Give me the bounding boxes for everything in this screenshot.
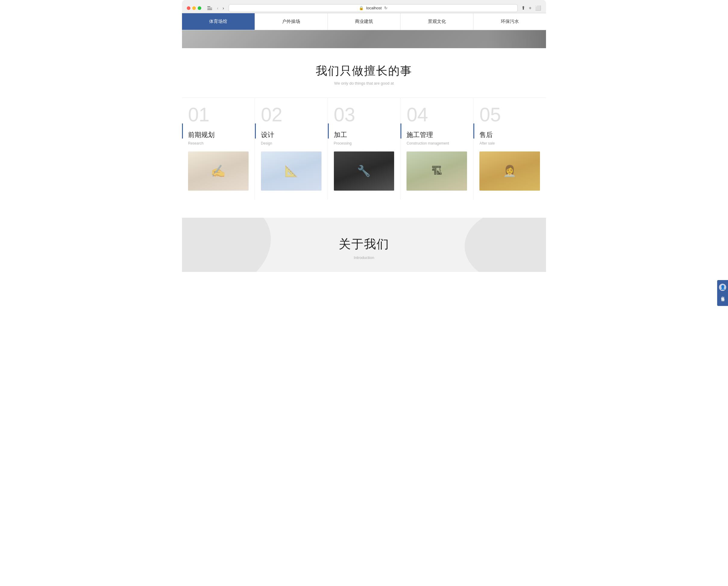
about-title-en: Introduction [182,255,546,260]
service-name-en-3: Processing [334,141,395,145]
service-number-1: 01 [188,105,249,124]
service-image-4 [406,152,467,191]
security-icon: 🔒 [359,6,364,10]
minimize-button[interactable] [192,6,196,10]
services-grid: 01 前期规划 Research 02 设计 Design 03 [182,98,546,199]
browser-chrome: ‹ › 🔒 localhost ↻ ⬆ + ⬜ [182,0,546,13]
browser-actions: ⬆ + ⬜ [521,5,541,11]
new-tab-button[interactable]: + [529,5,531,11]
hero-image-strip [182,30,546,48]
nav-arrows: ‹ › [216,5,225,11]
service-name-en-2: Design [261,141,322,145]
service-image-design [261,152,322,191]
service-item-aftersale: 05 售后 After sale [473,98,546,199]
service-accent-1 [182,124,183,138]
service-image-5 [479,152,540,191]
service-number-5: 05 [479,105,540,124]
service-name-zh-1: 前期规划 [188,130,249,139]
service-name-en-4: Construction management [406,141,467,145]
service-name-en-5: After sale [479,141,540,145]
reload-button[interactable]: ↻ [384,6,387,10]
service-accent-2 [255,124,256,138]
about-section: 关于我们 Introduction [182,218,546,272]
sidebar-toggle[interactable] [207,6,212,10]
service-name-en-1: Research [188,141,249,145]
service-image-3 [334,152,395,191]
main-content: 我们只做擅长的事 We only do things that are good… [182,48,546,218]
service-number-4: 04 [406,105,467,124]
service-image-processing [334,152,395,191]
nav-tabs: 体育场馆 户外操场 商业建筑 景观文化 环保污水 [182,13,546,30]
about-title-zh: 关于我们 [182,236,546,252]
service-name-zh-3: 加工 [334,130,395,139]
service-name-zh-5: 售后 [479,130,540,139]
service-item-processing: 03 加工 Processing [328,98,401,199]
back-button[interactable]: ‹ [216,5,220,11]
service-item-planning: 01 前期规划 Research [182,98,255,199]
share-button[interactable]: ⬆ [521,5,525,11]
forward-button[interactable]: › [222,5,225,11]
service-name-zh-4: 施工管理 [406,130,467,139]
service-accent-4 [400,124,401,138]
tabs-button[interactable]: ⬜ [535,5,541,11]
service-image-1 [188,152,249,191]
expertise-section-title: 我们只做擅长的事 We only do things that are good… [182,63,546,85]
service-item-construction: 04 施工管理 Construction management [400,98,473,199]
traffic-lights [187,6,201,10]
service-image-aftersale [479,152,540,191]
service-image-planning [188,152,249,191]
close-button[interactable] [187,6,191,10]
tab-landscape[interactable]: 景观文化 [400,13,473,30]
expertise-title-en: We only do things that are good at [182,81,546,85]
service-number-3: 03 [334,105,395,124]
tab-sports[interactable]: 体育场馆 [182,13,255,30]
expertise-title-zh: 我们只做擅长的事 [182,63,546,79]
service-accent-3 [328,124,329,138]
tab-environmental[interactable]: 环保污水 [473,13,546,30]
service-accent-5 [473,124,474,138]
service-number-2: 02 [261,105,322,124]
service-image-2 [261,152,322,191]
service-image-construction [406,152,467,191]
maximize-button[interactable] [198,6,201,10]
tab-outdoor[interactable]: 户外操场 [255,13,328,30]
tab-commercial[interactable]: 商业建筑 [328,13,401,30]
address-bar[interactable]: 🔒 localhost ↻ [229,4,518,12]
service-name-zh-2: 设计 [261,130,322,139]
service-item-design: 02 设计 Design [255,98,328,199]
url-text: localhost [366,6,381,10]
